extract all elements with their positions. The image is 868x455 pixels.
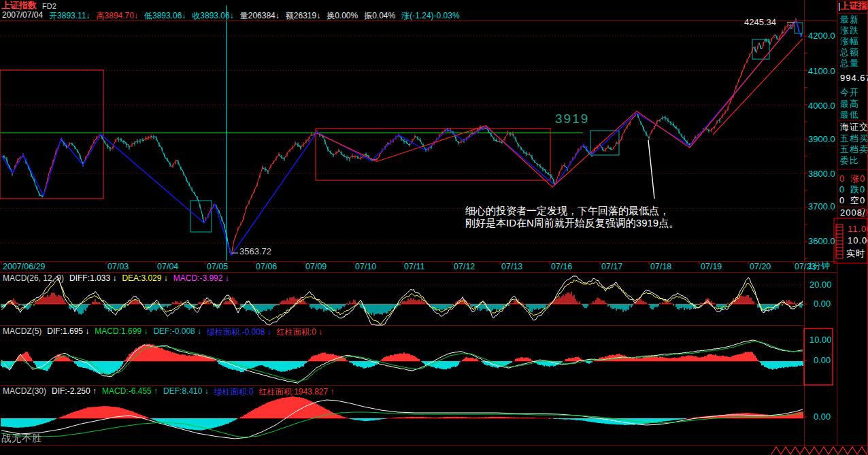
date-label: 07/23 xyxy=(795,263,816,272)
ohlc-field: 换0.00% xyxy=(327,10,358,22)
watermark-text: 战无不胜 xyxy=(1,433,42,443)
y-axis-label: 3900.0 xyxy=(808,135,835,144)
ohlc-field: 额26319↓ xyxy=(286,10,320,22)
y-axis-label: 3700.0 xyxy=(808,202,835,212)
sidebar-label: 10.00 xyxy=(848,236,868,246)
indicator-header: MACD(26, 12, 9)DIFF:1.033 ↓DEA:3.029 ↓MA… xyxy=(3,273,229,283)
ohlc-info-bar: 2007/07/04开3893.11↓高3894.70↓低3893.06↓收38… xyxy=(2,10,460,22)
indicator-value: DIF:-2.250 ↑ xyxy=(52,386,97,398)
ohlc-field: 开3893.11↓ xyxy=(49,10,90,22)
y-axis-label: 4200.0 xyxy=(808,31,835,41)
sidebar-value: 0 xyxy=(839,185,844,195)
sidebar-label: 海证交 xyxy=(840,122,868,132)
date-label: 07/09 xyxy=(305,263,327,272)
stock-title[interactable]: 上证指数 xyxy=(1,1,37,10)
date-label: 07/17 xyxy=(601,263,622,272)
peak-price-label: 4245.34 xyxy=(744,18,776,27)
indicator-value: MACD:-6.455 ↑ xyxy=(102,386,158,398)
sidebar-label: 994.67 xyxy=(840,73,868,83)
stock-code-tag: FD2 xyxy=(42,2,56,10)
date-label: 07/16 xyxy=(551,263,572,272)
panel-axis-label: 0.00 xyxy=(814,356,831,365)
date-label: 07/03 xyxy=(107,263,129,272)
sidebar-label: 跌0 xyxy=(850,185,865,195)
sidebar-label: 最新 xyxy=(840,15,859,24)
annotation-note-line1: 细心的投资者一定发现，下午回落的最低点， xyxy=(465,205,669,217)
indicator-value: MACD:1.699 ↓ xyxy=(95,326,148,338)
panel-axis-label: 20.00 xyxy=(809,280,832,290)
date-label: 07/10 xyxy=(355,263,376,272)
indicator-value: DIF:1.695 ↓ xyxy=(47,326,89,338)
y-axis-label: 4100.0 xyxy=(808,67,835,76)
sidebar-label: 2008/ xyxy=(840,208,866,218)
date-label: 07/11 xyxy=(404,263,424,272)
ohlc-field: 涨(-1.24)-0.03% xyxy=(401,10,459,22)
sidebar-stock-header[interactable]: |上证指 xyxy=(837,1,868,14)
sidebar-label: 最低 xyxy=(840,110,859,120)
panel-axis-label: 0.00 xyxy=(814,299,831,309)
indicator-value: MACD(26, 12, 9) xyxy=(3,273,64,283)
indicator-value: DEF:-0.008 ↓ xyxy=(153,326,201,338)
indicator-value: 红柱面积:1943.827 ↑ xyxy=(259,386,335,398)
indicator-value: MACDZ(30) xyxy=(3,386,46,398)
sidebar-label: 五档卖 xyxy=(840,145,868,154)
ohlc-field: 收3893.06↓ xyxy=(192,10,233,22)
indicator-value: 红柱面积:0 ↓ xyxy=(277,326,322,338)
date-label: 07/20 xyxy=(750,263,771,272)
sidebar-value: 0 xyxy=(839,174,844,184)
indicator-value: MACD:-3.992 ↓ xyxy=(173,273,229,283)
annotation-note-line2: 刚好是本ID在N周前就开始反复强调的3919点。 xyxy=(465,218,679,229)
price-level-3919-label: 3919 xyxy=(555,112,589,127)
low-price-label: 3563.72 xyxy=(239,247,271,256)
y-axis-label: 4000.0 xyxy=(808,101,835,111)
sidebar-label: 涨跌 xyxy=(840,26,859,35)
date-label: 07/19 xyxy=(701,263,722,272)
indicator-value: DEF:8.410 ↓ xyxy=(163,386,209,398)
ohlc-field: 2007/07/04 xyxy=(2,10,43,22)
sidebar-label: 最高 xyxy=(840,99,859,109)
date-label: 07/04 xyxy=(157,263,178,272)
indicator-value: 绿柱面积:-0.008 ↓ xyxy=(207,326,271,338)
date-label: 2007/06/29 xyxy=(3,263,46,272)
sidebar-label: 空0 xyxy=(850,196,865,205)
indicator-header: MACDZ(30)DIF:-2.250 ↑MACD:-6.455 ↑DEF:8.… xyxy=(3,386,335,398)
date-label: 07/06 xyxy=(256,263,277,272)
date-label: 07/18 xyxy=(650,263,671,272)
sidebar-label: 委比 xyxy=(840,156,859,165)
sidebar-label: 涨幅 xyxy=(840,37,859,46)
sidebar-label: 实时 xyxy=(846,249,865,258)
y-axis-label: 3800.0 xyxy=(808,169,835,179)
sidebar-label: 总量 xyxy=(840,58,859,68)
sidebar-label: 涨0 xyxy=(850,174,865,184)
ohlc-field: 高3894.70↓ xyxy=(97,10,138,22)
date-label: 07/12 xyxy=(454,263,475,272)
indicator-value: 绿柱面积:0 xyxy=(214,386,254,398)
trading-app-window: 上证指数 FD2 2007/07/04开3893.11↓高3894.70↓低38… xyxy=(0,0,868,455)
indicator-header: MACDZ(5)DIF:1.695 ↓MACD:1.699 ↓DEF:-0.00… xyxy=(3,326,322,338)
date-label: 07/05 xyxy=(207,263,228,272)
sidebar-stock-name: 上证指 xyxy=(840,1,867,11)
date-label: 07/13 xyxy=(501,263,522,272)
ohlc-field: 振0.04% xyxy=(364,10,395,22)
ohlc-field: 量206384↓ xyxy=(240,10,280,22)
sidebar-label: 今开 xyxy=(840,88,859,97)
ohlc-field: 低3893.06↓ xyxy=(144,10,186,22)
sidebar-label: 五档买 xyxy=(840,134,868,144)
panel-axis-label: 0.00 xyxy=(814,412,831,422)
sidebar-label: 11.00 xyxy=(848,224,868,234)
sidebar-label: 总额 xyxy=(840,48,859,57)
panel-axis-label: 10.00 xyxy=(809,335,832,345)
indicator-value: MACDZ(5) xyxy=(3,326,41,338)
sidebar-value: 0 xyxy=(839,196,844,205)
y-axis-label: 3600.0 xyxy=(808,237,835,246)
indicator-value: DEA:3.029 ↓ xyxy=(122,273,167,283)
indicator-value: DIFF:1.033 ↓ xyxy=(69,273,116,283)
